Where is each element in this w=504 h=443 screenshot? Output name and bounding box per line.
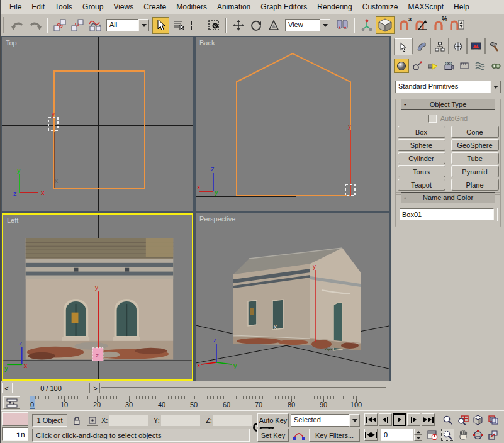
key-mode-dropdown[interactable]: Selected: [291, 414, 360, 427]
menu-item[interactable]: Animation: [212, 1, 255, 13]
bind-to-space-warp-icon[interactable]: [86, 17, 103, 34]
object-type-button[interactable]: Plane: [451, 179, 499, 191]
play-button[interactable]: [393, 413, 406, 426]
zoom-extents-all-icon[interactable]: [486, 413, 500, 426]
tab-motion[interactable]: [449, 38, 467, 54]
menu-item[interactable]: Edit: [26, 1, 50, 13]
object-type-rollout-header[interactable]: - Object Type: [401, 99, 495, 110]
autogrid-checkbox[interactable]: [428, 115, 437, 123]
time-slider-handle[interactable]: 0 / 100: [12, 383, 90, 393]
maxscript-listener-input[interactable]: [2, 427, 28, 441]
frame-spinner[interactable]: [414, 429, 422, 441]
time-configuration-icon[interactable]: [426, 429, 439, 441]
space-warps-icon[interactable]: [473, 59, 488, 73]
select-and-move-icon[interactable]: [230, 17, 247, 34]
previous-frame-step-button[interactable]: [379, 413, 392, 426]
menu-item[interactable]: Help: [449, 1, 474, 13]
tab-hierarchy[interactable]: [430, 38, 449, 54]
object-type-button[interactable]: Teapot: [398, 179, 445, 191]
dropdown-arrow-icon[interactable]: [320, 19, 330, 31]
spinner-up-icon[interactable]: [414, 429, 422, 435]
menu-item[interactable]: Graph Editors: [255, 1, 312, 13]
helpers-icon[interactable]: [457, 59, 472, 73]
name-color-rollout-header[interactable]: - Name and Color: [401, 192, 495, 203]
key-filters-button[interactable]: Key Filters...: [309, 429, 360, 442]
current-frame-field[interactable]: [381, 429, 413, 441]
lights-icon[interactable]: [425, 59, 440, 73]
object-type-button[interactable]: Cone: [451, 126, 499, 138]
next-frame-button[interactable]: >: [91, 383, 100, 393]
go-to-start-button[interactable]: [364, 413, 378, 426]
viewport-perspective-label[interactable]: Perspective: [199, 215, 235, 223]
dropdown-arrow-icon[interactable]: [138, 19, 149, 31]
viewport-top-label[interactable]: Top: [6, 39, 17, 47]
tab-display[interactable]: [467, 38, 485, 54]
zoom-all-icon[interactable]: [456, 413, 469, 426]
object-type-button[interactable]: Torus: [398, 165, 445, 177]
menu-item[interactable]: Modifiers: [171, 1, 212, 13]
unlink-selection-icon[interactable]: [69, 17, 86, 34]
zoom-extents-icon[interactable]: [471, 413, 484, 426]
dropdown-arrow-icon[interactable]: [349, 414, 360, 427]
systems-icon[interactable]: [488, 59, 503, 73]
tab-utilities[interactable]: [485, 38, 503, 54]
go-to-end-button[interactable]: [422, 413, 435, 426]
selection-filter-dropdown[interactable]: All: [106, 19, 149, 31]
track-bar-ruler[interactable]: 0102030405060708090100: [23, 395, 359, 412]
menu-item[interactable]: Group: [77, 1, 108, 13]
select-and-rotate-icon[interactable]: [247, 17, 264, 34]
object-type-button[interactable]: Pyramid: [451, 165, 499, 177]
key-mode-toggle-button[interactable]: [364, 429, 378, 441]
default-tangent-icon[interactable]: [291, 429, 306, 442]
select-and-manipulate-icon[interactable]: [358, 17, 375, 34]
menu-item[interactable]: Create: [138, 1, 171, 13]
angle-snap-toggle-icon[interactable]: 3: [395, 17, 412, 34]
select-by-name-icon[interactable]: [170, 17, 187, 34]
selection-lock-icon[interactable]: [71, 415, 82, 426]
y-coord-field[interactable]: [161, 415, 200, 426]
viewport-left[interactable]: y z z y x Left: [2, 213, 193, 381]
x-coord-field[interactable]: [109, 415, 148, 426]
collapse-icon[interactable]: -: [404, 100, 412, 108]
menu-item[interactable]: File: [4, 1, 26, 13]
tab-modify[interactable]: [412, 38, 430, 54]
object-type-button[interactable]: GeoSphere: [451, 139, 499, 151]
zoom-icon[interactable]: [441, 413, 454, 426]
menu-item[interactable]: Rendering: [312, 1, 357, 13]
cameras-icon[interactable]: [441, 59, 456, 73]
menu-item[interactable]: Customize: [357, 1, 403, 13]
toolbar-handle[interactable]: [3, 17, 6, 33]
percent-snap-toggle-icon[interactable]: %: [430, 17, 447, 34]
mini-curve-editor-button[interactable]: [3, 396, 20, 409]
select-object-icon[interactable]: [152, 17, 169, 34]
maxscript-listener-pink[interactable]: [2, 412, 28, 426]
undo-icon[interactable]: [9, 17, 26, 34]
object-type-button[interactable]: Cylinder: [398, 152, 445, 164]
select-and-link-icon[interactable]: [51, 17, 68, 34]
redo-icon[interactable]: [26, 17, 43, 34]
object-color-swatch[interactable]: [497, 208, 498, 222]
set-key-button[interactable]: Set Key: [257, 429, 289, 442]
pan-hand-icon[interactable]: [456, 429, 469, 441]
use-pivot-point-center-icon[interactable]: [333, 17, 350, 34]
viewport-perspective[interactable]: y x z x y Perspective: [196, 213, 389, 381]
z-coord-field[interactable]: [213, 415, 252, 426]
object-type-button[interactable]: Box: [398, 126, 445, 138]
rectangular-selection-region-icon[interactable]: [188, 17, 204, 34]
viewport-top[interactable]: y x y x z Top: [2, 37, 193, 211]
angle-snap-angle-icon[interactable]: [413, 17, 430, 34]
next-frame-step-button[interactable]: [407, 413, 420, 426]
viewport-back[interactable]: y z x y Back: [196, 37, 389, 211]
min-max-toggle-icon[interactable]: [486, 429, 500, 441]
menu-item[interactable]: Views: [108, 1, 138, 13]
shapes-icon[interactable]: [410, 59, 425, 73]
absolute-offset-mode-icon[interactable]: [87, 415, 98, 426]
dropdown-arrow-icon[interactable]: [490, 81, 501, 93]
viewport-back-label[interactable]: Back: [199, 39, 215, 47]
snaps-toggle-3d-icon[interactable]: [376, 16, 395, 34]
category-dropdown[interactable]: Standard Primitives: [395, 81, 501, 93]
time-slider-track[interactable]: [101, 387, 386, 390]
region-zoom-icon[interactable]: [441, 429, 454, 441]
select-and-scale-icon[interactable]: [265, 17, 282, 34]
object-name-field[interactable]: [400, 208, 494, 220]
